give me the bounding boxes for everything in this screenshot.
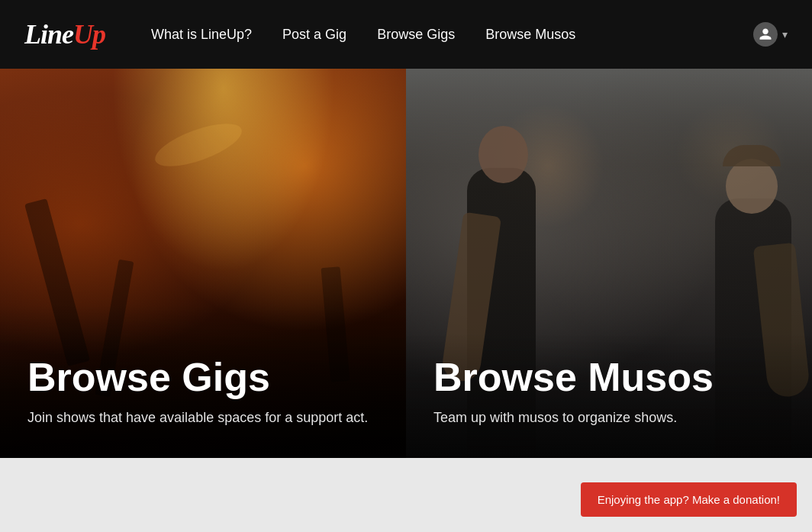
browse-musos-card[interactable]: Browse Musos Team up with musos to organ… xyxy=(406,69,812,458)
gigs-card-subtitle: Join shows that have available spaces fo… xyxy=(27,408,379,427)
nav-link-browse-musos[interactable]: Browse Musos xyxy=(485,27,575,42)
donation-banner[interactable]: Enjoying the app? Make a donation! xyxy=(581,482,797,517)
gigs-card-title: Browse Gigs xyxy=(27,356,379,399)
nav-links: What is LineUp? Post a Gig Browse Gigs B… xyxy=(151,27,753,43)
nav-item-browse-gigs[interactable]: Browse Gigs xyxy=(377,27,455,43)
musos-card-title: Browse Musos xyxy=(433,356,785,399)
person-icon xyxy=(759,27,772,41)
donation-label: Enjoying the app? Make a donation! xyxy=(598,493,780,506)
musos-card-subtitle: Team up with musos to organize shows. xyxy=(433,408,785,427)
logo[interactable]: LineUp xyxy=(24,18,105,50)
nav-link-post[interactable]: Post a Gig xyxy=(282,27,346,42)
nav-link-what[interactable]: What is LineUp? xyxy=(151,27,252,42)
user-avatar-icon xyxy=(753,22,778,47)
main-cards: Browse Gigs Join shows that have availab… xyxy=(0,69,812,458)
chevron-down-icon: ▾ xyxy=(782,28,788,40)
nav-item-what[interactable]: What is LineUp? xyxy=(151,27,252,43)
nav-link-browse-gigs[interactable]: Browse Gigs xyxy=(377,27,455,42)
person-silhouette-2-head xyxy=(726,159,778,214)
gigs-card-text: Browse Gigs Join shows that have availab… xyxy=(0,333,406,458)
person-silhouette-1-head xyxy=(478,126,528,183)
nav-item-post[interactable]: Post a Gig xyxy=(282,27,346,43)
nav-item-browse-musos[interactable]: Browse Musos xyxy=(485,27,575,43)
navbar: LineUp What is LineUp? Post a Gig Browse… xyxy=(0,0,812,69)
musos-card-text: Browse Musos Team up with musos to organ… xyxy=(406,333,812,458)
browse-gigs-card[interactable]: Browse Gigs Join shows that have availab… xyxy=(0,69,406,458)
user-menu[interactable]: ▾ xyxy=(753,22,788,47)
